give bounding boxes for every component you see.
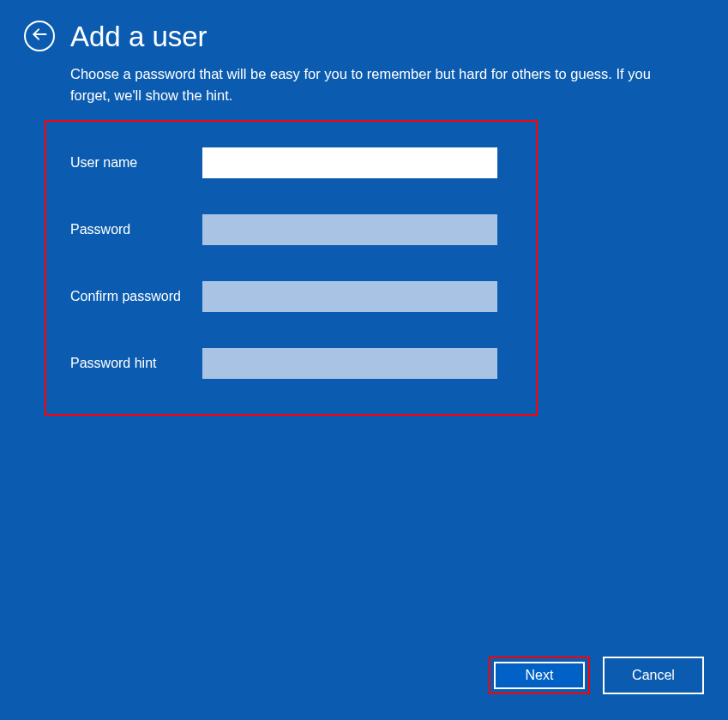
confirm-password-label: Confirm password: [70, 289, 202, 304]
username-input[interactable]: [202, 147, 497, 178]
password-hint-label: Password hint: [70, 356, 202, 371]
cancel-button[interactable]: Cancel: [603, 657, 704, 694]
password-input[interactable]: [202, 214, 497, 245]
page-title: Add a user: [70, 22, 208, 51]
arrow-left-icon: [31, 26, 48, 46]
page-description: Choose a password that will be easy for …: [0, 63, 703, 106]
back-button[interactable]: [24, 21, 55, 51]
password-hint-input[interactable]: [202, 348, 497, 379]
username-label: User name: [70, 155, 202, 171]
form-highlight-area: User name Password Confirm password Pass…: [45, 120, 538, 416]
next-button-highlight: Next: [489, 657, 590, 694]
next-button[interactable]: Next: [494, 662, 585, 689]
confirm-password-input[interactable]: [202, 281, 497, 312]
password-label: Password: [70, 222, 202, 237]
